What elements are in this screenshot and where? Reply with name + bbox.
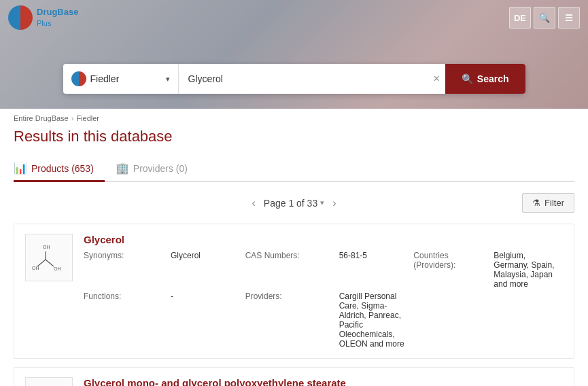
synonyms-value-1: Glycerol: [171, 251, 240, 289]
logo-name: DrugBase: [37, 7, 78, 17]
page-dropdown-icon[interactable]: ▾: [320, 198, 324, 207]
tab-providers[interactable]: 🏢 Providers (0): [116, 156, 198, 182]
product-info-1: Glycerol Synonyms: Glycerol CAS Numbers:…: [84, 234, 563, 349]
content-area: Results in this database 📊 Products (653…: [0, 128, 588, 386]
functions-label-1: Functions:: [84, 292, 165, 349]
cas-value-1: 56-81-5: [339, 251, 409, 289]
tab-products[interactable]: 📊 Products (653): [14, 156, 105, 182]
product-card-1: OH OH OH Glycerol Synonyms: Glycerol CAS…: [14, 224, 574, 359]
synonyms-label-1: Synonyms:: [84, 251, 165, 289]
filter-icon: ⚗: [532, 198, 540, 208]
tab-products-label: Products (653): [31, 163, 94, 174]
breadcrumb-child[interactable]: Fiedler: [76, 114, 99, 122]
next-page-button[interactable]: ›: [330, 196, 339, 211]
tabs: 📊 Products (653) 🏢 Providers (0): [14, 156, 574, 182]
molecule-svg-2: 📄: [31, 383, 67, 386]
logo-icon: [8, 5, 33, 30]
hero-banner: DrugBase Plus DE 🔍 ☰ Fiedler ▾ × 🔍 Searc…: [0, 0, 588, 109]
lang-button[interactable]: DE: [509, 7, 531, 29]
filter-button[interactable]: ⚗ Filter: [522, 193, 574, 213]
search-btn-icon: 🔍: [462, 73, 473, 84]
clear-button[interactable]: ×: [433, 73, 439, 84]
providers-value-1: Cargill Personal Care, Sigma-Aldrich, Pa…: [339, 292, 409, 349]
menu-button[interactable]: ☰: [558, 7, 580, 29]
search-button[interactable]: 🔍 Search: [445, 64, 525, 94]
countries-value-1: Belgium, Germany, Spain, Malaysia, Japan…: [494, 251, 563, 289]
search-icon-button[interactable]: 🔍: [534, 7, 555, 29]
results-title: Results in this database: [14, 128, 574, 145]
logo-text: DrugBase Plus: [37, 7, 78, 28]
product-card-2: 📄 Glycerol mono- and glycerol polyoxyeth…: [14, 367, 574, 386]
product-details-1: Synonyms: Glycerol CAS Numbers: 56-81-5 …: [84, 251, 563, 349]
chevron-down-icon: ▾: [166, 75, 170, 84]
svg-text:OH: OH: [54, 266, 61, 271]
svg-line-1: [46, 260, 54, 266]
page-info: Page 1 of 33 ▾: [264, 198, 324, 209]
pagination-center: ‹ Page 1 of 33 ▾ ›: [249, 196, 339, 211]
tab-providers-icon: 🏢: [116, 162, 129, 175]
logo: DrugBase Plus: [8, 5, 78, 30]
product-name-2[interactable]: Glycerol mono- and glycerol polyoxyethyl…: [84, 377, 563, 386]
countries-label-1: Countries (Providers):: [413, 251, 488, 289]
tab-products-icon: 📊: [14, 162, 27, 175]
svg-text:OH: OH: [43, 245, 50, 249]
breadcrumb-root[interactable]: Entire DrugBase: [14, 114, 69, 122]
molecule-svg-1: OH OH OH: [31, 239, 67, 276]
page-text: Page 1 of 33: [264, 198, 317, 209]
search-bar-wrap: Fiedler ▾ × 🔍 Search: [0, 64, 588, 94]
product-thumbnail-1: OH OH OH: [25, 234, 73, 281]
filter-label: Filter: [544, 198, 564, 208]
search-input-wrap: ×: [179, 64, 445, 94]
pagination-row: ‹ Page 1 of 33 ▾ › ⚗ Filter: [14, 193, 574, 213]
search-bar: Fiedler ▾ × 🔍 Search: [63, 64, 525, 94]
svg-text:OH: OH: [32, 266, 39, 270]
search-input[interactable]: [179, 64, 445, 94]
tab-providers-label: Providers (0): [133, 163, 188, 174]
database-name: Fiedler: [90, 73, 162, 84]
product-info-2: Glycerol mono- and glycerol polyoxyethyl…: [84, 377, 563, 386]
database-icon: [71, 71, 86, 86]
logo-sub: Plus: [37, 19, 51, 27]
functions-value-1: -: [171, 292, 240, 349]
search-btn-label: Search: [477, 73, 509, 84]
product-thumbnail-2: 📄: [25, 377, 73, 386]
top-actions: DE 🔍 ☰: [509, 7, 580, 29]
prev-page-button[interactable]: ‹: [249, 196, 258, 211]
breadcrumb: Entire DrugBase › Fiedler: [0, 109, 588, 128]
top-bar: DrugBase Plus DE 🔍 ☰: [0, 0, 588, 35]
database-selector[interactable]: Fiedler ▾: [63, 64, 179, 94]
product-name-1[interactable]: Glycerol: [84, 234, 563, 245]
providers-label-1: Providers:: [245, 292, 334, 349]
breadcrumb-separator: ›: [71, 114, 74, 122]
cas-label-1: CAS Numbers:: [245, 251, 334, 289]
